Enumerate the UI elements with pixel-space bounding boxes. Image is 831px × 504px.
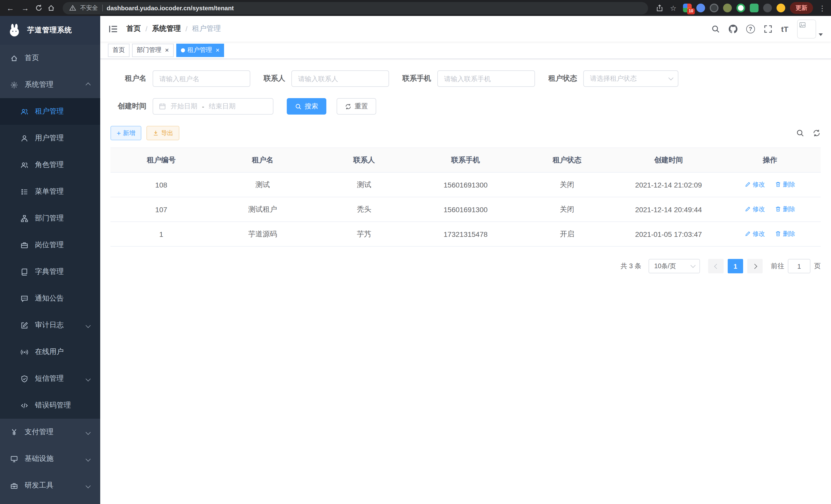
chevron-down-icon: [86, 429, 91, 435]
close-icon[interactable]: ×: [165, 47, 169, 53]
tenant-name-input[interactable]: [153, 70, 250, 87]
shield-icon: [21, 375, 28, 383]
cell-mobile: 17321315478: [415, 222, 516, 246]
yen-icon: [10, 428, 18, 436]
sidebar-item-audit-log[interactable]: 审计日志: [0, 312, 100, 338]
cell-mobile: 15601691300: [415, 172, 516, 197]
sidebar-item-dept[interactable]: 部门管理: [0, 205, 100, 232]
goto-page-input[interactable]: [788, 259, 810, 273]
extension-icon-5[interactable]: [737, 4, 745, 12]
app-logo[interactable]: 芋道管理系统: [0, 16, 100, 45]
tag-tenant[interactable]: 租户管理 ×: [176, 43, 224, 57]
sidebar-item-dev-tool[interactable]: 研发工具: [0, 472, 100, 499]
extension-icon-3[interactable]: [710, 4, 718, 12]
reload-button[interactable]: [35, 4, 42, 12]
browser-home-button[interactable]: [47, 4, 55, 12]
share-icon[interactable]: [656, 4, 663, 12]
sidebar-item-post[interactable]: 岗位管理: [0, 232, 100, 259]
close-icon[interactable]: ×: [216, 47, 220, 53]
calendar-icon: [159, 103, 166, 110]
sidebar-item-error-code[interactable]: 错误码管理: [0, 392, 100, 419]
monitor-icon: [10, 455, 18, 463]
cell-tenant-name: 芋道源码: [212, 222, 314, 246]
add-button[interactable]: + 新增: [111, 126, 141, 140]
top-navbar: 首页 / 系统管理 / 租户管理 ? tT: [100, 16, 831, 41]
chevron-down-icon: [690, 263, 695, 268]
export-button[interactable]: 导出: [146, 126, 179, 140]
table-refresh-icon[interactable]: [812, 129, 821, 137]
sidebar-item-infra[interactable]: 基础设施: [0, 445, 100, 472]
help-icon[interactable]: ?: [746, 24, 755, 33]
sidebar-item-role[interactable]: 角色管理: [0, 152, 100, 178]
pencil-icon: [745, 231, 751, 237]
extension-icon-1[interactable]: 10: [683, 4, 692, 12]
sidebar-item-system[interactable]: 系统管理: [0, 71, 100, 98]
cell-mobile: 15601691300: [415, 197, 516, 222]
toggle-search-icon[interactable]: [796, 129, 804, 137]
breadcrumb-home[interactable]: 首页: [126, 24, 141, 33]
app-title: 芋道管理系统: [27, 26, 72, 35]
page-number-1[interactable]: 1: [728, 259, 743, 273]
security-label[interactable]: 不安全: [80, 4, 98, 12]
sidebar-item-sms[interactable]: 短信管理: [0, 365, 100, 392]
mobile-input[interactable]: [437, 70, 535, 87]
font-size-icon[interactable]: tT: [781, 24, 789, 33]
home-icon: [10, 54, 18, 62]
breadcrumb-system[interactable]: 系统管理: [152, 24, 181, 33]
back-button[interactable]: ←: [5, 4, 16, 12]
reset-button[interactable]: 重置: [337, 98, 376, 115]
pencil-icon: [745, 206, 751, 212]
table-header-row: 租户编号 租户名 联系人 联系手机 租户状态 创建时间 操作: [111, 148, 821, 172]
header-search-icon[interactable]: [711, 24, 720, 33]
cell-contact: 芋艿: [314, 222, 415, 246]
sidebar-item-tenant[interactable]: 租户管理: [0, 98, 100, 125]
tag-dept[interactable]: 部门管理 ×: [132, 43, 173, 57]
sidebar-collapse-button[interactable]: [109, 24, 118, 34]
tags-view: 首页 部门管理 × 租户管理 ×: [100, 41, 831, 59]
page-size-select[interactable]: 10条/页: [649, 259, 700, 273]
search-icon: [295, 103, 302, 110]
delete-link[interactable]: 删除: [775, 205, 795, 214]
edit-link[interactable]: 修改: [745, 180, 765, 189]
delete-link[interactable]: 删除: [775, 180, 795, 189]
chevron-up-icon: [86, 82, 91, 87]
tag-home[interactable]: 首页: [108, 43, 130, 57]
extension-icon-7[interactable]: [763, 4, 772, 12]
sidebar-item-notice[interactable]: 通知公告: [0, 285, 100, 312]
bookmark-star-icon[interactable]: ☆: [668, 4, 678, 11]
sidebar-item-user[interactable]: 用户管理: [0, 125, 100, 152]
table-row: 1 芋道源码 芋艿 17321315478 开启 2021-01-05 17:0…: [111, 222, 821, 246]
status-select[interactable]: 请选择租户状态: [583, 70, 678, 87]
sidebar-item-online-user[interactable]: 在线用户: [0, 338, 100, 365]
sidebar-item-dashboard[interactable]: 首页: [0, 45, 100, 71]
cell-contact: 测试: [314, 172, 415, 197]
edit-link[interactable]: 修改: [745, 205, 765, 214]
delete-link[interactable]: 删除: [775, 230, 795, 238]
extension-icon-8[interactable]: [776, 4, 785, 12]
extension-icon-6[interactable]: [750, 4, 758, 12]
search-button[interactable]: 搜索: [287, 98, 326, 115]
next-page-button[interactable]: [747, 259, 763, 273]
browser-menu-icon[interactable]: ⋮: [819, 4, 826, 12]
fullscreen-icon[interactable]: [764, 24, 772, 33]
sidebar-item-dict[interactable]: 字典管理: [0, 259, 100, 285]
github-icon[interactable]: [729, 24, 738, 33]
table-row: 107 测试租户 秃头 15601691300 关闭 2021-12-14 20…: [111, 197, 821, 222]
address-bar[interactable]: 不安全 dashboard.yudao.iocoder.cn/system/te…: [63, 2, 648, 14]
forward-button[interactable]: →: [20, 4, 30, 12]
system-submenu: 租户管理 用户管理 角色管理 菜单管理 部门管理: [0, 98, 100, 419]
chrome-update-button[interactable]: 更新: [790, 2, 813, 14]
user-avatar-menu[interactable]: [797, 19, 823, 38]
edit-link[interactable]: 修改: [745, 230, 765, 238]
extension-badge: 10: [687, 8, 695, 14]
extension-icon-4[interactable]: [723, 4, 732, 12]
sidebar-item-menu[interactable]: 菜单管理: [0, 178, 100, 205]
contact-input[interactable]: [291, 70, 389, 87]
url-text[interactable]: dashboard.yudao.iocoder.cn/system/tenant: [107, 4, 234, 11]
extension-icon-2[interactable]: [696, 4, 705, 12]
sidebar-item-pay[interactable]: 支付管理: [0, 419, 100, 445]
prev-page-button[interactable]: [708, 259, 724, 273]
create-time-label: 创建时间: [111, 102, 146, 111]
avatar[interactable]: [797, 19, 816, 38]
date-range-picker[interactable]: 开始日期 - 结束日期: [153, 98, 274, 115]
